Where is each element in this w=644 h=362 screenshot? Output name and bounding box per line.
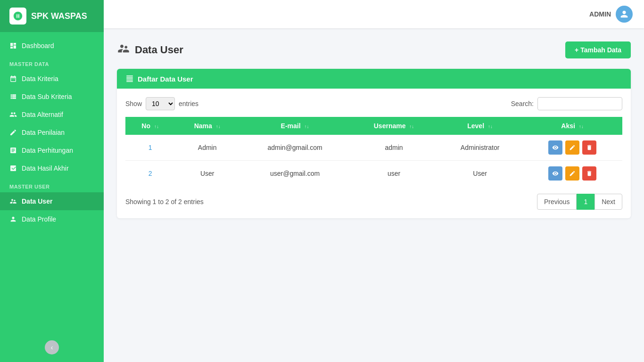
sidebar-item-label-kriteria: Data Kriteria — [22, 75, 58, 82]
edit-button[interactable] — [565, 166, 579, 181]
section-master-data: MASTER DATA — [0, 55, 104, 70]
edit-button[interactable] — [565, 140, 579, 155]
col-no: No ↑↓ — [125, 117, 175, 135]
sidebar-item-data-profile[interactable]: Data Profile — [0, 210, 104, 228]
sidebar-item-data-penilaian[interactable]: Data Penilaian — [0, 123, 104, 141]
add-data-button[interactable]: + Tambah Data — [565, 41, 631, 58]
section-master-user: MASTER USER — [0, 177, 104, 192]
main-area: ADMIN Data User + Tambah Data Daftar Dat… — [104, 0, 644, 362]
sidebar-item-dashboard[interactable]: Dashboard — [0, 37, 104, 55]
sidebar-item-label-data-profile: Data Profile — [22, 215, 56, 223]
cell-nama: Admin — [175, 135, 239, 161]
topbar-user: ADMIN — [589, 6, 633, 23]
pagination-next[interactable]: Next — [594, 194, 622, 210]
page-title: Data User — [135, 44, 183, 56]
sidebar: SPK WASPAS Dashboard MASTER DATA Data Kr… — [0, 0, 104, 362]
sidebar-item-label-alternatif: Data Alternatif — [22, 111, 63, 118]
table-row: 1 Admin admin@gmail.com admin Administra… — [125, 135, 622, 161]
sidebar-item-data-sub-kriteria[interactable]: Data Sub Kriteria — [0, 88, 104, 106]
sidebar-item-label-hasil-akhir: Data Hasil Akhir — [22, 165, 69, 172]
delete-button[interactable] — [582, 166, 596, 181]
showing-entries: Showing 1 to 2 of 2 entries — [125, 198, 204, 206]
search-input[interactable] — [537, 97, 622, 110]
entries-select[interactable]: 10 25 50 100 — [146, 97, 175, 110]
page-title-icon — [117, 42, 130, 58]
topbar: ADMIN — [104, 0, 644, 28]
data-user-table: No ↑↓ Nama ↑↓ E-mail ↑↓ Username ↑↓ Leve… — [125, 117, 622, 186]
card-header-title: Daftar Data User — [138, 75, 193, 83]
sidebar-item-data-alternatif[interactable]: Data Alternatif — [0, 106, 104, 123]
table-header-row: No ↑↓ Nama ↑↓ E-mail ↑↓ Username ↑↓ Leve… — [125, 117, 622, 135]
cell-no: 1 — [125, 135, 175, 161]
delete-button[interactable] — [582, 140, 596, 155]
card-body: Show 10 25 50 100 entries Search: — [117, 89, 631, 218]
card-header: Daftar Data User — [117, 69, 631, 89]
main-content: Data User + Tambah Data Daftar Data User… — [104, 28, 644, 362]
search-label: Search: — [511, 100, 534, 107]
col-nama: Nama ↑↓ — [175, 117, 239, 135]
sidebar-item-label-perhitungan: Data Perhitungan — [22, 147, 73, 154]
sidebar-item-label-data-user: Data User — [22, 197, 52, 205]
page-title-wrap: Data User — [117, 42, 183, 58]
sidebar-item-data-perhitungan[interactable]: Data Perhitungan — [0, 141, 104, 159]
cell-level: User — [438, 161, 522, 187]
sidebar-item-label-penilaian: Data Penilaian — [22, 129, 65, 136]
app-name: SPK WASPAS — [31, 11, 87, 21]
cell-aksi — [522, 135, 622, 161]
cell-level: Administrator — [438, 135, 522, 161]
col-level: Level ↑↓ — [438, 117, 522, 135]
show-label: Show — [125, 100, 142, 107]
sidebar-item-data-kriteria[interactable]: Data Kriteria — [0, 70, 104, 88]
show-entries-wrap: Show 10 25 50 100 entries — [125, 97, 198, 110]
table-footer: Showing 1 to 2 of 2 entries Previous 1 N… — [125, 194, 622, 210]
table-row: 2 User user@gmail.com user User — [125, 161, 622, 187]
col-aksi: Aksi ↑↓ — [522, 117, 622, 135]
cell-username: admin — [350, 135, 438, 161]
sidebar-item-label-sub-kriteria: Data Sub Kriteria — [22, 93, 72, 100]
user-avatar — [616, 6, 633, 23]
pagination-page-1[interactable]: 1 — [577, 194, 594, 210]
cell-email: user@gmail.com — [239, 161, 350, 187]
sidebar-nav: Dashboard MASTER DATA Data Kriteria Data… — [0, 32, 104, 333]
pagination-previous[interactable]: Previous — [537, 194, 577, 210]
cell-aksi — [522, 161, 622, 187]
topbar-username: ADMIN — [589, 10, 611, 18]
col-email: E-mail ↑↓ — [239, 117, 350, 135]
cell-nama: User — [175, 161, 239, 187]
pagination: Previous 1 Next — [537, 194, 622, 210]
sidebar-item-label-dashboard: Dashboard — [22, 42, 54, 49]
page-header: Data User + Tambah Data — [117, 41, 631, 58]
sidebar-item-data-hasil-akhir[interactable]: Data Hasil Akhir — [0, 159, 104, 177]
cell-username: user — [350, 161, 438, 187]
app-logo-icon — [9, 8, 26, 25]
col-username: Username ↑↓ — [350, 117, 438, 135]
cell-no: 2 — [125, 161, 175, 187]
cell-email: admin@gmail.com — [239, 135, 350, 161]
sidebar-item-data-user[interactable]: Data User — [0, 192, 104, 210]
sidebar-logo: SPK WASPAS — [0, 0, 104, 32]
search-wrap: Search: — [511, 97, 622, 110]
table-controls: Show 10 25 50 100 entries Search: — [125, 97, 622, 110]
view-button[interactable] — [548, 166, 562, 181]
view-button[interactable] — [548, 140, 562, 155]
entries-label: entries — [179, 100, 198, 107]
sidebar-toggle-button[interactable]: ‹ — [45, 340, 59, 354]
data-user-card: Daftar Data User Show 10 25 50 100 entri… — [117, 69, 631, 218]
